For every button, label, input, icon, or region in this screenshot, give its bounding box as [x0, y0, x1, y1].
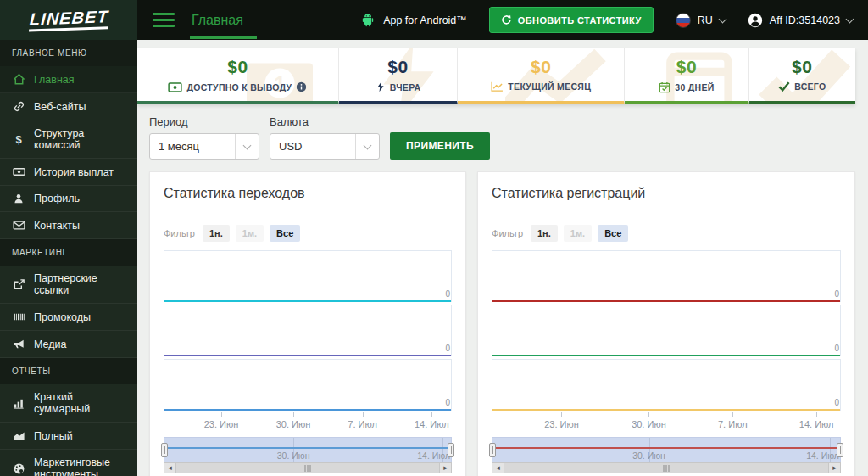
axis-value: 0	[445, 398, 450, 407]
chart-scrollbar[interactable]: ◂ ▸	[492, 462, 841, 473]
axis-value: 0	[834, 344, 839, 353]
banknote-icon	[168, 82, 182, 92]
user-icon	[12, 193, 25, 204]
account-menu[interactable]: Aff ID:3514023	[748, 13, 853, 28]
navigator-label: 14. Июл	[806, 451, 839, 461]
scrollbar-track[interactable]	[504, 463, 828, 473]
panel-registration-stats: Статистика регистраций Фильтр 1н. 1м. Вс…	[477, 171, 855, 476]
top-bar: LINEBET Главная App for Android™	[0, 0, 868, 40]
filter-1month-button[interactable]: 1м.	[236, 225, 264, 242]
x-tick-label: 30. Июн	[276, 419, 311, 429]
sidebar-item-short-summary[interactable]: Краткий суммарный	[0, 384, 137, 423]
palette-icon	[12, 462, 25, 475]
filter-1week-button[interactable]: 1н.	[203, 225, 230, 242]
chevron-down-icon	[718, 14, 726, 23]
chart-area-direct-links: 0	[164, 359, 452, 411]
navigator-handle-right[interactable]	[837, 443, 843, 457]
filter-all-button[interactable]: Все	[598, 225, 628, 242]
home-icon	[12, 73, 25, 86]
account-id: Aff ID:3514023	[770, 14, 840, 26]
panel-title: Статистика переходов	[164, 186, 452, 201]
card-label-text: ТЕКУЩИЙ МЕСЯЦ	[508, 81, 591, 92]
main-content: 1 $0 ДОСТУПНО К ВЫВОДУ $0	[137, 40, 868, 476]
navigator-handle-left[interactable]	[489, 443, 496, 457]
navigator-handle-right[interactable]	[448, 443, 454, 457]
scroll-left-arrow[interactable]: ◂	[492, 463, 504, 473]
info-icon[interactable]	[296, 81, 307, 92]
android-app-link[interactable]: App for Android™	[359, 13, 467, 27]
x-axis: 23. Июн 30. Июн 7. Июл 14. Июл	[164, 412, 452, 434]
apply-button[interactable]: ПРИМЕНИТЬ	[390, 132, 490, 160]
sidebar-section-marketing: МАРКЕТИНГ	[0, 239, 137, 266]
card-available-to-withdraw: 1 $0 ДОСТУПНО К ВЫВОДУ	[137, 48, 339, 104]
series-line	[492, 409, 840, 411]
dollar-icon: $	[12, 133, 25, 146]
user-icon	[748, 13, 763, 28]
sidebar-item-media[interactable]: Медиа	[0, 331, 137, 358]
filter-all-button[interactable]: Все	[270, 225, 300, 242]
sidebar-item-marketing-tools[interactable]: Маркетинговые инструменты	[0, 450, 137, 476]
x-axis: 23. Июн 30. Июн 7. Июл 14. Июл	[492, 412, 841, 434]
chart-scrollbar[interactable]: ◂ ▸	[164, 462, 452, 473]
language-selector[interactable]: RU	[676, 13, 726, 28]
check-icon	[778, 81, 790, 92]
external-link-icon	[12, 278, 25, 291]
scrollbar-track[interactable]	[176, 463, 439, 473]
navigator-line	[492, 447, 840, 449]
chart-navigator[interactable]: 30. Июн 14. Июл	[492, 437, 841, 462]
card-label-text: ВЧЕРА	[390, 82, 421, 92]
series-line	[492, 355, 840, 356]
filter-1week-button[interactable]: 1н.	[531, 225, 558, 242]
scroll-left-arrow[interactable]: ◂	[164, 463, 176, 473]
bolt-icon	[376, 81, 386, 92]
chevron-down-icon	[355, 134, 379, 159]
card-yesterday: $0 ВЧЕРА	[339, 48, 458, 104]
x-tick-label: 7. Июл	[348, 419, 377, 429]
sidebar-section-reports: ОТЧЕТЫ	[0, 358, 137, 384]
period-label: Период	[149, 115, 259, 128]
sidebar-item-websites[interactable]: Веб-сайты	[0, 93, 137, 120]
chevron-down-icon	[235, 134, 259, 159]
envelope-icon	[12, 219, 25, 232]
chart-area-clicks: 0	[164, 305, 452, 356]
language-code: RU	[698, 14, 713, 26]
sidebar-item-partner-links[interactable]: Партнерские ссылки	[0, 266, 137, 304]
stats-cards-row: 1 $0 ДОСТУПНО К ВЫВОДУ $0	[137, 48, 855, 104]
card-label-text: 30 ДНЕЙ	[675, 82, 714, 92]
card-label-text: ДОСТУПНО К ВЫВОДУ	[186, 82, 292, 92]
refresh-icon	[501, 14, 512, 25]
sidebar-item-profile[interactable]: Профиль	[0, 186, 137, 212]
card-value: $0	[339, 57, 457, 77]
filter-label: Фильтр	[164, 228, 195, 238]
sidebar-item-promocodes[interactable]: Промокоды	[0, 304, 137, 331]
scrollbar-grip[interactable]	[305, 465, 311, 472]
sidebar-item-full-report[interactable]: Полный	[0, 423, 137, 450]
x-tick-label: 14. Июл	[415, 419, 449, 429]
card-current-month: $0 ТЕКУЩИЙ МЕСЯЦ	[458, 48, 625, 104]
axis-value: 0	[445, 344, 450, 353]
calendar-check-icon	[659, 81, 670, 93]
scrollbar-grip[interactable]	[664, 465, 670, 472]
sidebar-item-payout-history[interactable]: История выплат	[0, 159, 137, 186]
sidebar-item-contacts[interactable]: Контакты	[0, 212, 137, 239]
scroll-right-arrow[interactable]: ▸	[439, 463, 451, 473]
series-line	[164, 300, 451, 302]
sidebar-item-home[interactable]: Главная	[0, 66, 137, 93]
page-title[interactable]: Главная	[192, 13, 243, 28]
navigator-label: 30. Июн	[632, 451, 665, 461]
megaphone-icon	[12, 338, 25, 350]
filter-1month-button[interactable]: 1м.	[564, 225, 592, 242]
chart-area-commission: 0	[492, 359, 841, 411]
series-line	[164, 355, 451, 356]
scroll-right-arrow[interactable]: ▸	[828, 463, 840, 473]
axis-value: 0	[445, 289, 450, 299]
hamburger-icon[interactable]	[153, 13, 175, 27]
navigator-handle-left[interactable]	[161, 443, 168, 457]
chart-navigator[interactable]: 30. Июн 14. Июл	[164, 437, 452, 462]
logo: LINEBET	[0, 0, 137, 40]
refresh-stats-button[interactable]: ОБНОВИТЬ СТАТИСТИКУ	[489, 7, 654, 33]
sidebar-item-commission-structure[interactable]: $ Структура комиссий	[0, 120, 137, 159]
currency-select[interactable]: USD	[270, 133, 380, 160]
series-line	[164, 409, 451, 411]
period-select[interactable]: 1 месяц	[149, 133, 259, 160]
